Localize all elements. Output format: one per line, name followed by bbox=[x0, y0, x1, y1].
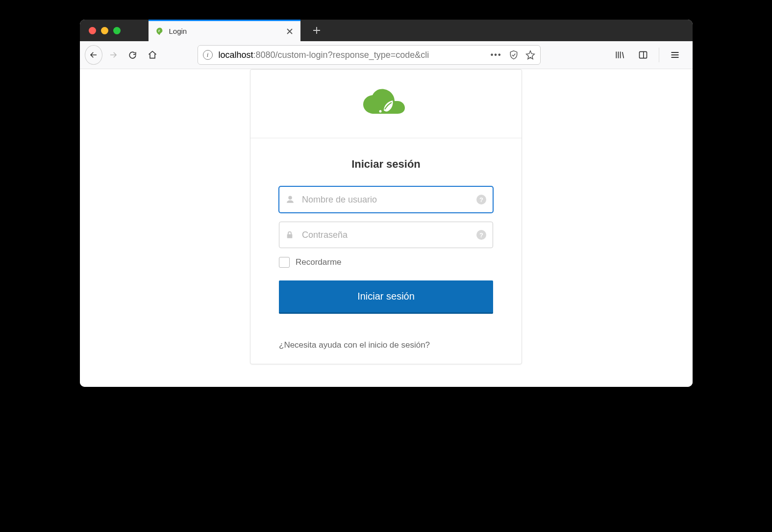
remember-checkbox[interactable] bbox=[279, 257, 290, 268]
svg-point-2 bbox=[379, 110, 381, 112]
help-icon[interactable]: ? bbox=[476, 195, 486, 204]
page-content: Iniciar sesión ? ? bbox=[80, 69, 693, 387]
lock-icon bbox=[286, 230, 294, 239]
browser-window: Login i bbox=[80, 20, 693, 387]
browser-tab[interactable]: Login bbox=[149, 20, 300, 41]
minimize-window-button[interactable] bbox=[101, 27, 108, 34]
submit-button[interactable]: Iniciar sesión bbox=[279, 280, 493, 314]
nav-buttons bbox=[85, 46, 161, 64]
brand-logo bbox=[250, 70, 522, 138]
close-window-button[interactable] bbox=[89, 27, 96, 34]
remember-row: Recordarme bbox=[279, 257, 493, 268]
shield-icon[interactable] bbox=[509, 50, 519, 60]
username-field-wrapper: ? bbox=[279, 186, 493, 213]
password-input[interactable] bbox=[279, 222, 493, 248]
new-tab-button[interactable] bbox=[305, 20, 328, 41]
bookmark-icon[interactable] bbox=[525, 50, 535, 60]
address-bar[interactable]: i localhost:8080/custom-login?response_t… bbox=[198, 45, 541, 65]
user-icon bbox=[286, 195, 295, 204]
more-icon[interactable]: ••• bbox=[491, 51, 502, 59]
close-tab-icon[interactable] bbox=[286, 27, 294, 35]
leaf-icon bbox=[155, 27, 164, 36]
password-field-wrapper: ? bbox=[279, 222, 493, 248]
titlebar: Login bbox=[80, 20, 693, 41]
library-icon[interactable] bbox=[610, 46, 629, 64]
toolbar: i localhost:8080/custom-login?response_t… bbox=[80, 41, 693, 69]
remember-label: Recordarme bbox=[296, 257, 342, 267]
form-title: Iniciar sesión bbox=[279, 158, 493, 171]
back-button[interactable] bbox=[85, 46, 102, 64]
sidebar-icon[interactable] bbox=[633, 46, 653, 64]
home-button[interactable] bbox=[144, 46, 161, 64]
reload-button[interactable] bbox=[124, 46, 142, 64]
url-text: localhost:8080/custom-login?response_typ… bbox=[219, 50, 485, 60]
divider bbox=[659, 48, 659, 62]
maximize-window-button[interactable] bbox=[113, 27, 121, 34]
username-input[interactable] bbox=[279, 186, 493, 213]
info-icon[interactable]: i bbox=[203, 50, 213, 60]
forward-button[interactable] bbox=[104, 46, 122, 64]
url-actions: ••• bbox=[491, 50, 535, 60]
help-link[interactable]: ¿Necesita ayuda con el inicio de sesión? bbox=[250, 329, 522, 364]
cloud-leaf-icon bbox=[359, 87, 413, 121]
help-icon[interactable]: ? bbox=[476, 230, 486, 240]
tab-title: Login bbox=[169, 27, 281, 35]
toolbar-right bbox=[610, 46, 688, 64]
login-card: Iniciar sesión ? ? bbox=[250, 69, 522, 364]
login-form: Iniciar sesión ? ? bbox=[250, 138, 522, 329]
window-controls bbox=[80, 27, 121, 34]
menu-icon[interactable] bbox=[665, 46, 685, 64]
